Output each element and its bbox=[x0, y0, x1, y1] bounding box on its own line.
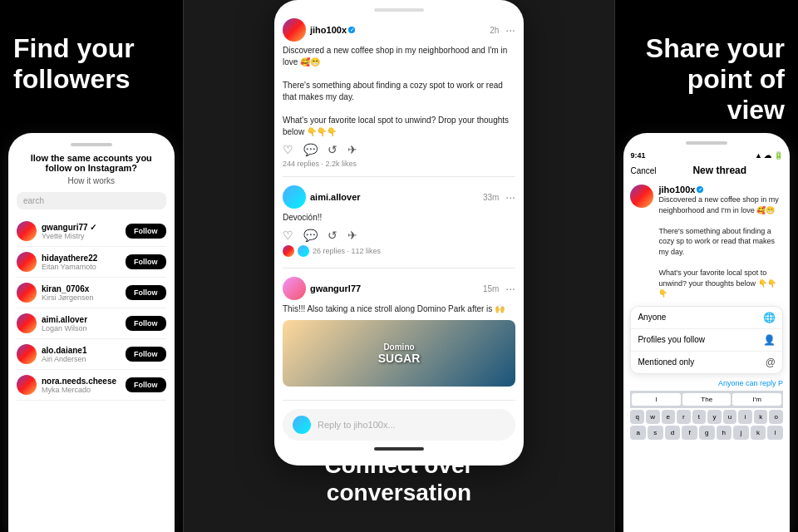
post-actions-2: ♡ 💬 ↺ ✈ bbox=[283, 229, 515, 242]
repost-icon[interactable]: ↺ bbox=[328, 143, 337, 156]
avatar-4 bbox=[17, 344, 37, 364]
home-indicator bbox=[374, 447, 424, 451]
follow-item-0: gwanguri77 ✓ Yvette Mistry Follow bbox=[17, 216, 166, 247]
reply-option-mentioned[interactable]: Mentioned only @ bbox=[631, 352, 782, 373]
reply-avatar bbox=[293, 416, 311, 434]
suggest-im[interactable]: I'm bbox=[732, 393, 781, 406]
post-more-3[interactable]: ··· bbox=[505, 282, 515, 295]
middle-headline: Connect over conversation bbox=[184, 451, 615, 507]
suggest-l[interactable]: l bbox=[632, 393, 681, 406]
post-username-1: jiho100x ✓ bbox=[310, 25, 355, 35]
key-d[interactable]: d bbox=[665, 426, 681, 440]
key-y[interactable]: y bbox=[707, 410, 722, 424]
reply-bar[interactable]: Reply to jiho100x... bbox=[283, 409, 515, 441]
follow-realname-2: Kirsi Jørgensen bbox=[42, 293, 94, 302]
follow-item-2: kiran_0706x Kirsi Jørgensen Follow bbox=[17, 278, 166, 308]
follow-username-5: nora.needs.cheese bbox=[42, 377, 116, 386]
follow-button-2[interactable]: Follow bbox=[126, 285, 166, 300]
compose-avatar bbox=[630, 185, 653, 208]
middle-headline-line1: Connect over bbox=[325, 452, 474, 478]
post-text-3: This!!! Also taking a nice stroll along … bbox=[283, 303, 515, 315]
right-panel: Share your point of view 9:41 ▲ ☁ 🔋 Canc… bbox=[615, 0, 798, 532]
key-w[interactable]: w bbox=[646, 410, 660, 424]
follow-button-0[interactable]: Follow bbox=[126, 224, 166, 239]
search-bar[interactable]: earch bbox=[17, 192, 166, 209]
post-more-2[interactable]: ··· bbox=[505, 190, 515, 204]
key-e[interactable]: e bbox=[662, 410, 676, 424]
phone-left: llow the same accounts you follow on Ins… bbox=[8, 133, 175, 532]
post-time-1: 2h bbox=[490, 26, 499, 35]
reply-edit[interactable]: P bbox=[778, 379, 783, 387]
key-k[interactable]: k bbox=[754, 410, 768, 424]
repost-icon-2[interactable]: ↺ bbox=[328, 229, 337, 242]
key-h[interactable]: h bbox=[717, 426, 732, 440]
post-username-2: aimi.allover bbox=[310, 192, 361, 202]
avatar-3 bbox=[17, 313, 37, 333]
avatar-5 bbox=[17, 375, 37, 395]
comment-icon-2[interactable]: 💬 bbox=[303, 229, 318, 242]
key-j[interactable]: j bbox=[733, 426, 749, 440]
suggest-the[interactable]: The bbox=[682, 393, 732, 406]
comment-icon[interactable]: 💬 bbox=[303, 143, 318, 156]
reply-placeholder[interactable]: Reply to jiho100x... bbox=[318, 420, 396, 430]
post-time-3: 15m bbox=[483, 284, 499, 293]
heart-icon[interactable]: ♡ bbox=[283, 143, 293, 156]
key-s[interactable]: s bbox=[648, 426, 663, 440]
left-headline-line2: followers bbox=[13, 64, 130, 94]
compose-text[interactable]: Discovered a new coffee shop in my neigh… bbox=[658, 195, 783, 299]
post-actions-1: ♡ 💬 ↺ ✈ bbox=[283, 143, 515, 156]
right-headline: Share your point of view bbox=[628, 33, 785, 125]
compose-user: jiho100x ✓ Discovered a new coffee shop … bbox=[630, 185, 783, 299]
follow-realname-3: Logan Wilson bbox=[42, 324, 87, 332]
compose-verified: ✓ bbox=[697, 186, 703, 193]
key-q[interactable]: q bbox=[630, 410, 644, 424]
keyboard-row-2: a s d f g h j k l bbox=[630, 426, 783, 440]
reply-option-anyone[interactable]: Anyone 🌐 bbox=[631, 307, 782, 329]
follow-button-5[interactable]: Follow bbox=[126, 377, 166, 392]
how-it-works[interactable]: How it works bbox=[17, 176, 166, 185]
reply-option-profiles[interactable]: Profiles you follow 👤 bbox=[631, 329, 782, 352]
phone-notch bbox=[71, 143, 112, 146]
reply-options: Anyone 🌐 Profiles you follow 👤 Mentioned… bbox=[630, 306, 783, 374]
suggestion-row: l The I'm bbox=[630, 391, 783, 408]
key-i[interactable]: i bbox=[738, 410, 752, 424]
key-a[interactable]: a bbox=[630, 426, 646, 440]
follow-info-2: kiran_0706x Kirsi Jørgensen bbox=[42, 284, 94, 302]
share-icon-2[interactable]: ✈ bbox=[347, 229, 357, 242]
key-t[interactable]: t bbox=[692, 410, 707, 424]
follow-username-0: gwanguri77 ✓ bbox=[42, 223, 96, 232]
heart-icon-2[interactable]: ♡ bbox=[283, 229, 293, 242]
left-panel: Find your followers llow the same accoun… bbox=[0, 0, 183, 532]
phone-right: 9:41 ▲ ☁ 🔋 Cancel New thread jiho100x ✓ … bbox=[623, 133, 790, 532]
follow-username-4: alo.daiane1 bbox=[42, 346, 86, 355]
key-r[interactable]: r bbox=[677, 410, 691, 424]
key-u[interactable]: u bbox=[723, 410, 737, 424]
share-icon[interactable]: ✈ bbox=[347, 143, 357, 156]
follow-info-4: alo.daiane1 Airi Andersen bbox=[42, 346, 86, 363]
avatar-0 bbox=[17, 221, 37, 241]
cancel-button[interactable]: Cancel bbox=[630, 166, 656, 175]
follow-item-5: nora.needs.cheese Myka Mercado Follow bbox=[17, 370, 166, 401]
new-thread-header: Cancel New thread bbox=[630, 165, 783, 176]
left-headline: Find your followers bbox=[13, 33, 170, 95]
right-headline-line1: Share your bbox=[646, 33, 785, 63]
follow-info-5: nora.needs.cheese Myka Mercado bbox=[42, 377, 116, 394]
post-more-1[interactable]: ··· bbox=[505, 23, 515, 37]
key-o[interactable]: o bbox=[769, 410, 783, 424]
follow-realname-0: Yvette Mistry bbox=[42, 232, 96, 240]
key-k2[interactable]: k bbox=[751, 426, 766, 440]
follow-username-1: hidayathere22 bbox=[42, 254, 97, 263]
avatar-2 bbox=[17, 283, 37, 303]
middle-headline-line2: conversation bbox=[327, 480, 471, 505]
key-g[interactable]: g bbox=[699, 426, 715, 440]
key-f[interactable]: f bbox=[682, 426, 697, 440]
post-text-2: Devoción!! bbox=[283, 212, 515, 224]
follow-button-3[interactable]: Follow bbox=[126, 316, 166, 331]
people-icon: 👤 bbox=[763, 334, 776, 346]
globe-icon: 🌐 bbox=[763, 312, 776, 323]
key-l[interactable]: l bbox=[767, 426, 783, 440]
verified-badge: ✓ bbox=[348, 27, 355, 33]
follow-button-1[interactable]: Follow bbox=[126, 254, 166, 269]
phone-center: jiho100x ✓ 2h ··· Discovered a new coffe… bbox=[274, 0, 524, 466]
follow-button-4[interactable]: Follow bbox=[126, 347, 166, 362]
